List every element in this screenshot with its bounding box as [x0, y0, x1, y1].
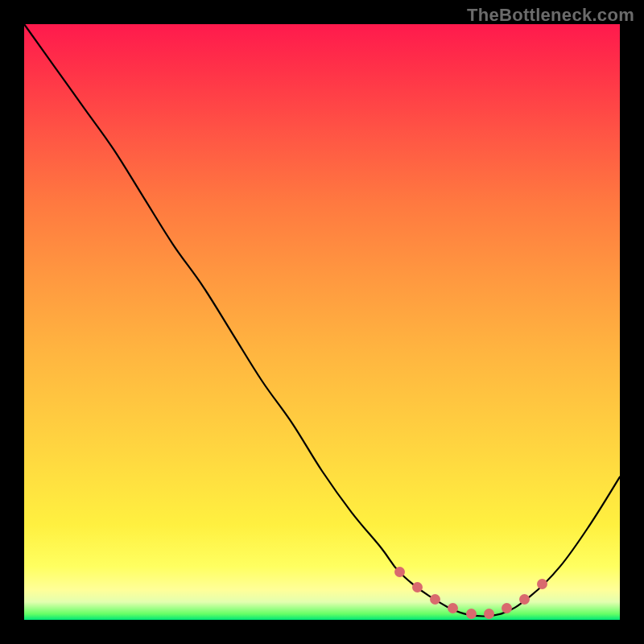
plot-area — [24, 24, 620, 620]
bottleneck-chart: TheBottleneck.com — [0, 0, 644, 644]
curve-svg — [24, 24, 620, 620]
watermark-text: TheBottleneck.com — [467, 5, 634, 26]
bottleneck-curve — [24, 24, 620, 617]
